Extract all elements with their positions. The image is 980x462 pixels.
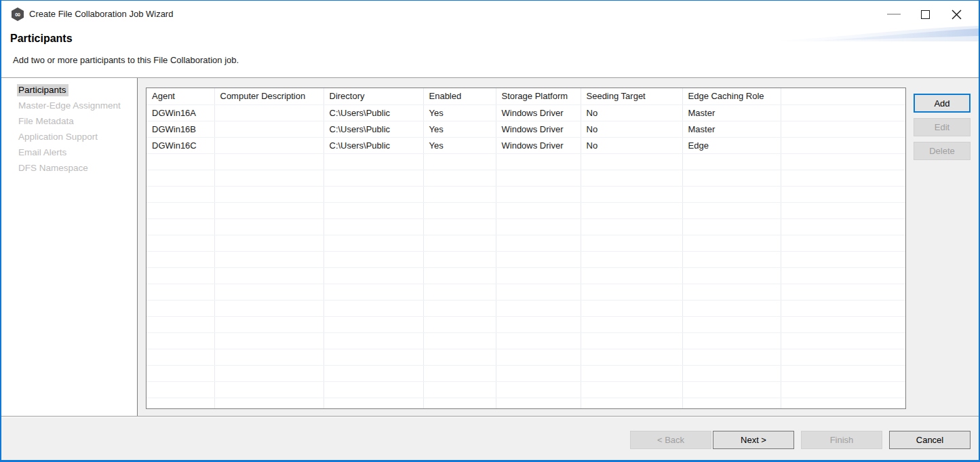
table-cell-empty	[781, 267, 905, 284]
table-cell-empty	[423, 186, 496, 202]
table-row-empty	[146, 235, 905, 251]
wizard-window: ∞ Create File Collaboration Job Wizard	[0, 0, 980, 462]
table-cell-empty	[781, 300, 905, 316]
table-cell-empty	[214, 170, 324, 186]
delete-button: Delete	[914, 142, 971, 160]
table-cell-empty	[423, 398, 496, 409]
table-cell-empty	[682, 284, 781, 300]
participants-table-panel: AgentComputer DescriptionDirectoryEnable…	[146, 88, 906, 409]
sidebar-item-file-metadata: File Metadata	[1, 114, 137, 130]
column-header-storage-platform[interactable]: Storage Platform	[496, 88, 581, 104]
table-row-empty	[146, 316, 905, 332]
table-cell-empty	[682, 170, 781, 186]
table-cell-empty	[423, 316, 496, 332]
table-cell-empty	[581, 251, 682, 267]
back-button: < Back	[630, 431, 711, 449]
table-cell: Yes	[423, 137, 496, 153]
sidebar-item-master-edge-assignment: Master-Edge Assignment	[1, 98, 137, 114]
table-row-dgwin16c[interactable]: DGWin16CC:\Users\PublicYesWindows Driver…	[146, 137, 905, 153]
table-cell-empty	[423, 170, 496, 186]
table-cell-empty	[324, 186, 423, 202]
table-cell-empty	[781, 349, 905, 365]
table-cell-empty	[423, 381, 496, 398]
table-cell-empty	[581, 381, 682, 398]
table-row-empty	[146, 251, 905, 267]
table-cell-empty	[682, 235, 781, 251]
column-header-computer-description[interactable]: Computer Description	[214, 88, 324, 104]
close-icon	[952, 9, 962, 20]
table-cell-empty	[214, 300, 324, 316]
column-header-seeding-target[interactable]: Seeding Target	[581, 88, 682, 104]
table-cell-empty	[496, 251, 581, 267]
table-cell-empty	[682, 186, 781, 202]
table-cell: No	[581, 104, 682, 121]
table-cell-empty	[146, 186, 214, 202]
sidebar-item-dfs-namespace: DFS Namespace	[1, 161, 137, 176]
table-row-dgwin16b[interactable]: DGWin16BC:\Users\PublicYesWindows Driver…	[146, 121, 905, 137]
table-cell-empty	[581, 365, 682, 381]
table-row-empty	[146, 381, 905, 398]
table-cell-empty	[581, 170, 682, 186]
table-cell-empty	[214, 349, 324, 365]
table-cell-empty	[146, 316, 214, 332]
table-cell: DGWin16C	[146, 137, 214, 153]
edit-button: Edit	[914, 118, 971, 136]
cancel-button[interactable]: Cancel	[889, 431, 971, 449]
table-cell: DGWin16B	[146, 121, 214, 137]
close-button[interactable]	[941, 1, 972, 28]
table-row-empty	[146, 365, 905, 381]
table-cell-empty	[496, 300, 581, 316]
table-row-empty	[146, 218, 905, 235]
table-row-empty	[146, 300, 905, 316]
column-header-agent[interactable]: Agent	[146, 88, 214, 104]
table-row-empty	[146, 186, 905, 202]
table-cell-empty	[496, 332, 581, 349]
table-cell-empty	[423, 251, 496, 267]
table-cell-empty	[214, 284, 324, 300]
table-row-dgwin16a[interactable]: DGWin16AC:\Users\PublicYesWindows Driver…	[146, 104, 905, 121]
table-cell-empty	[324, 202, 423, 218]
app-hexagon-icon: ∞	[10, 7, 25, 22]
column-header-directory[interactable]: Directory	[324, 88, 423, 104]
table-cell-empty	[324, 170, 423, 186]
table-cell-empty	[146, 332, 214, 349]
table-cell: Edge	[682, 137, 781, 153]
column-header-enabled[interactable]: Enabled	[423, 88, 496, 104]
page-subtitle: Add two or more participants to this Fil…	[13, 55, 239, 65]
sidebar-nav: ParticipantsMaster-Edge AssignmentFile M…	[1, 78, 138, 416]
table-cell-empty	[496, 349, 581, 365]
minimize-button	[878, 1, 909, 28]
table-cell-empty	[496, 170, 581, 186]
table-cell: Master	[682, 104, 781, 121]
table-cell-empty	[496, 186, 581, 202]
table-cell-empty	[581, 186, 682, 202]
table-row-empty	[146, 153, 905, 170]
table-row-empty	[146, 284, 905, 300]
next-button[interactable]: Next >	[713, 431, 794, 449]
table-cell-empty	[581, 153, 682, 170]
table-cell-empty	[781, 235, 905, 251]
table-cell-empty	[581, 202, 682, 218]
table-cell-empty	[781, 170, 905, 186]
table-cell-empty	[146, 267, 214, 284]
sidebar-item-participants[interactable]: Participants	[1, 83, 137, 98]
table-cell-empty	[682, 202, 781, 218]
page-title: Participants	[10, 33, 73, 45]
table-cell-empty	[146, 349, 214, 365]
column-header-blank	[781, 88, 905, 104]
table-cell-empty	[682, 300, 781, 316]
participants-table: AgentComputer DescriptionDirectoryEnable…	[146, 88, 905, 409]
table-cell-empty	[496, 235, 581, 251]
table-cell-empty	[214, 316, 324, 332]
table-header-row: AgentComputer DescriptionDirectoryEnable…	[146, 88, 905, 104]
table-cell-empty	[214, 218, 324, 235]
maximize-button[interactable]	[909, 1, 941, 28]
table-cell: Yes	[423, 121, 496, 137]
column-header-edge-caching-role[interactable]: Edge Caching Role	[682, 88, 781, 104]
participants-table-body: DGWin16AC:\Users\PublicYesWindows Driver…	[146, 104, 905, 409]
table-cell-empty	[146, 235, 214, 251]
table-cell-empty	[682, 381, 781, 398]
add-button[interactable]: Add	[914, 94, 971, 113]
table-cell-empty	[146, 381, 214, 398]
table-cell-empty	[682, 365, 781, 381]
